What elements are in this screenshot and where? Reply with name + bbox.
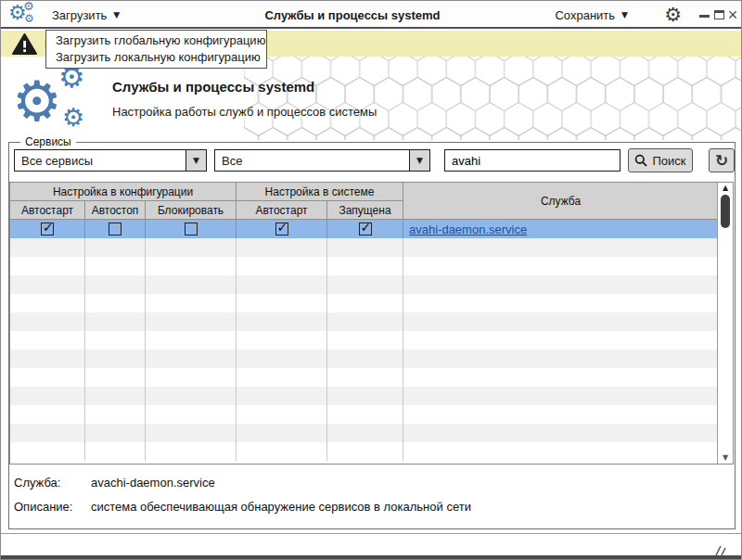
table-row-empty[interactable] (10, 294, 718, 312)
service-type-select[interactable]: Все сервисы ▼ (14, 149, 207, 172)
column-header-service: Служба (403, 183, 718, 220)
table-cell (85, 238, 146, 257)
table-cell (327, 350, 403, 368)
table-cell (85, 257, 146, 275)
table-cell (85, 387, 146, 405)
chevron-down-icon: ▼ (113, 10, 120, 19)
checkbox-autostart-system[interactable]: ✓ (275, 223, 288, 235)
window-bottom-border (1, 555, 741, 560)
table-cell (146, 294, 237, 312)
vertical-scrollbar[interactable]: ▲ ▼ (717, 183, 733, 464)
description-detail-label: Описание: (14, 500, 72, 514)
table-cell (10, 442, 85, 461)
table-cell (85, 350, 146, 368)
table-row-empty[interactable] (10, 387, 718, 405)
table-cell (327, 294, 403, 312)
table-cell (403, 387, 718, 405)
scrollbar-thumb[interactable] (721, 195, 730, 228)
table-body: ✓ ✓ ✓ avahi-daemon.service (10, 220, 718, 464)
save-menu-button[interactable]: Сохранить ▼ (555, 1, 628, 29)
table-cell (327, 257, 403, 275)
save-menu-label: Сохранить (555, 8, 615, 22)
table-row-empty[interactable] (10, 257, 718, 275)
titlebar: ⚙ ⚙ ⚙ Загрузить ▼ Службы и процессы syst… (1, 1, 741, 29)
refresh-icon: ↻ (715, 153, 728, 169)
table-cell (146, 368, 237, 387)
window-title: Службы и процессы systemd (237, 1, 468, 29)
chevron-down-icon: ▼ (193, 156, 199, 165)
table-row-empty[interactable] (10, 424, 718, 442)
header-banner: ⚙ ⚙ ⚙ Службы и процессы systemd Настройк… (1, 57, 741, 142)
page-subtitle: Настройка работы служб и процессов систе… (112, 105, 377, 119)
checkbox-running[interactable]: ✓ (359, 223, 372, 235)
table-row-empty[interactable] (10, 331, 718, 350)
load-menu-button[interactable]: Загрузить ▼ (52, 1, 120, 29)
column-group-config: Настройка в конфигурации (10, 183, 237, 201)
gear-icon: ⚙ (24, 13, 34, 24)
close-button[interactable]: × (725, 1, 740, 29)
table-cell (403, 238, 718, 257)
column-group-system: Настройка в системе (237, 183, 403, 201)
table-cell (146, 331, 237, 350)
groupbox-label: Сервисы (20, 135, 76, 148)
column-header-autostart-config: Автостарт (10, 201, 85, 220)
table-row-empty[interactable] (10, 368, 718, 387)
refresh-button[interactable]: ↻ (709, 148, 735, 172)
table-cell (10, 238, 85, 257)
table-cell (327, 312, 403, 331)
table-cell (10, 331, 85, 350)
service-link[interactable]: avahi-daemon.service (409, 223, 527, 236)
table-cell (237, 275, 327, 294)
table-cell (85, 424, 146, 442)
app-window: ⚙ ⚙ ⚙ Загрузить ▼ Службы и процессы syst… (0, 0, 742, 560)
gear-icon: ⚙ (23, 0, 34, 12)
table-cell (10, 257, 85, 275)
table-cell (10, 368, 85, 387)
menu-item-load-local[interactable]: Загрузить локальную конфигурацию (46, 49, 266, 66)
table-cell (85, 368, 146, 387)
search-button[interactable]: Поиск (628, 148, 693, 172)
menu-item-load-global[interactable]: Загрузить глобальную конфигурацию (46, 32, 266, 49)
table-cell (403, 312, 718, 331)
combo-arrow-button[interactable]: ▼ (409, 150, 429, 171)
service-detail-value: avachi-daemon.service (91, 476, 215, 490)
table-cell (327, 238, 403, 257)
table-row-empty[interactable] (10, 238, 718, 257)
table-cell (327, 387, 403, 405)
checkbox-autostart-config[interactable]: ✓ (41, 223, 54, 235)
table-cell (403, 294, 718, 312)
table-cell (403, 424, 718, 442)
check-icon: ✓ (43, 220, 54, 235)
minimize-button[interactable] (697, 1, 711, 29)
table-cell (85, 275, 146, 294)
checkbox-block[interactable] (185, 223, 198, 235)
table-cell (85, 405, 146, 424)
table-row-empty[interactable] (10, 442, 718, 461)
description-detail-value: система обеспечивающая обнаружение серви… (91, 500, 471, 514)
table-cell (10, 350, 85, 368)
table-cell (403, 331, 718, 350)
hexagon-pattern-background (244, 57, 741, 140)
table-cell (146, 405, 237, 424)
check-icon: ✓ (361, 220, 372, 235)
chevron-down-icon: ▼ (416, 156, 423, 165)
table-cell (237, 442, 327, 461)
table-cell (10, 424, 85, 442)
service-row-selected[interactable]: ✓ ✓ ✓ avahi-daemon.service (10, 220, 718, 238)
combo-arrow-button[interactable]: ▼ (186, 150, 206, 171)
table-cell (403, 405, 718, 424)
checkbox-autostop[interactable] (109, 223, 122, 235)
table-cell (10, 405, 85, 424)
service-state-select[interactable]: Все ▼ (214, 149, 430, 172)
table-row-empty[interactable] (10, 405, 718, 424)
settings-gear-icon[interactable]: ⚙ (664, 5, 682, 25)
scroll-up-icon[interactable]: ▲ (718, 184, 733, 192)
search-input[interactable] (444, 149, 620, 172)
table-row-empty[interactable] (10, 275, 718, 294)
table-row-empty[interactable] (10, 312, 718, 331)
scroll-down-icon[interactable]: ▼ (718, 453, 733, 462)
table-cell (85, 331, 146, 350)
maximize-button[interactable] (711, 1, 726, 29)
service-type-value: Все сервисы (15, 154, 186, 168)
table-row-empty[interactable] (10, 350, 718, 368)
